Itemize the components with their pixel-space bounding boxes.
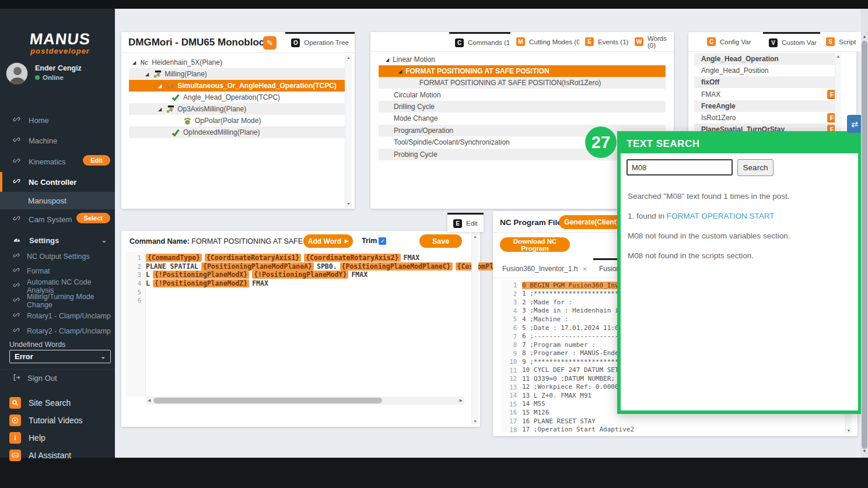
tab-events[interactable]: E Events (1) bbox=[579, 32, 634, 51]
add-word-button[interactable]: Add Word ▶ bbox=[303, 234, 353, 248]
scroll-down-arrow[interactable]: ▼ bbox=[846, 429, 852, 433]
sidebar-item-manuspost[interactable]: Manuspost bbox=[0, 192, 115, 209]
tab-custom-var[interactable]: V Custom Var bbox=[763, 32, 822, 51]
select-badge[interactable]: Select bbox=[76, 213, 110, 223]
tree-node-milling[interactable]: ◢ Milling(Plane) bbox=[129, 68, 346, 80]
tree-node-op3axismilling[interactable]: ◢ Op3AxisMilling(Plane) bbox=[129, 103, 346, 115]
page-scroll-thumb[interactable] bbox=[862, 41, 867, 449]
sidebar-item-site-search[interactable]: Site Search bbox=[0, 394, 115, 412]
var-row-fmax[interactable]: FMAX F bbox=[694, 89, 838, 100]
text-search-input[interactable] bbox=[626, 159, 733, 175]
var-row-isrot1zero[interactable]: IsRot1Zero F bbox=[694, 112, 838, 124]
code-line[interactable]: 5 bbox=[126, 287, 464, 296]
var-row-freeangle[interactable]: FreeAngle bbox=[694, 100, 838, 112]
tree-node-simultaneous-selected[interactable]: ◢ Simultaneous_Or_AngleHead_Operation(TC… bbox=[129, 80, 346, 92]
collapse-caret-icon[interactable]: ◢ bbox=[158, 83, 162, 89]
tab-words[interactable]: W Words (0) bbox=[629, 32, 674, 51]
format-operation-start-link[interactable]: FORMAT OPERATION START bbox=[667, 212, 775, 220]
scroll-up-arrow[interactable]: ▲ bbox=[472, 234, 478, 238]
scroll-left-arrow[interactable]: ◀ bbox=[148, 398, 150, 403]
link-icon bbox=[13, 115, 20, 125]
scroll-up-arrow[interactable]: ▲ bbox=[835, 54, 841, 58]
file-tab-fusion360-inventor-1[interactable]: Fusion360_Inventor_1.h ✕ bbox=[496, 260, 590, 278]
sidebar-item-rotary1-clamp-unclamp[interactable]: Rotary1 - Clamp/Unclamp bbox=[0, 308, 115, 323]
code-line[interactable]: 4 L{!PositioningPlaneModZ}FMAX bbox=[126, 279, 464, 288]
var-row-angle-head-operation[interactable]: Angle_Head_Operation bbox=[694, 53, 838, 65]
tab-operation-tree[interactable]: O Operation Tree bbox=[285, 32, 355, 51]
editor-hscrollbar[interactable]: ◀ ▶ bbox=[146, 396, 464, 405]
search-button[interactable]: Search bbox=[737, 159, 774, 176]
code-line[interactable]: 1 {CommandType}{CoordinateRotaryAxis1}{C… bbox=[126, 254, 464, 262]
operation-tree-panel: DMGMori - DMU65 Monoblock ✎ i O Operatio… bbox=[121, 32, 355, 209]
sidebar-item-format[interactable]: Format bbox=[0, 264, 115, 278]
sidebar-item-automatic-nc-code-analysis[interactable]: Automatic NC Code Analysis bbox=[0, 279, 115, 293]
var-row-angle-head-position[interactable]: Angle_Head_Position bbox=[694, 65, 838, 76]
nc-line[interactable]: 1817 ;Operation Start Adaptive2 bbox=[501, 425, 845, 434]
edit-badge[interactable]: Edit bbox=[83, 155, 110, 166]
tree-node-angle-head[interactable]: Angle_Head_Operation(TCPC) bbox=[129, 92, 346, 103]
collapse-caret-icon[interactable]: ◢ bbox=[132, 60, 136, 65]
swap-panel-button[interactable]: ⇄ bbox=[847, 115, 862, 133]
collapse-caret-icon[interactable]: ◢ bbox=[398, 69, 402, 74]
tab-cutting-modes[interactable]: M Cutting Modes (0) bbox=[510, 32, 588, 51]
tab-edit[interactable]: E Edit bbox=[447, 213, 484, 232]
online-dot bbox=[35, 75, 40, 80]
hscroll-thumb[interactable] bbox=[153, 398, 382, 403]
sidebar-item-settings[interactable]: Settings ⌄ bbox=[0, 230, 115, 250]
download-nc-program-button[interactable]: Download NC Program bbox=[500, 237, 570, 252]
tree-node-heidenhain[interactable]: ◢ Nc Heidenhain_5X(Plane) bbox=[129, 57, 346, 68]
command-group-mode-change[interactable]: Mode Change bbox=[379, 113, 666, 124]
scroll-down-arrow[interactable]: ▼ bbox=[861, 449, 868, 453]
sign-out-button[interactable]: Sign Out bbox=[0, 371, 115, 385]
tree-node-oppolar[interactable]: OpPolar(Polar Mode) bbox=[129, 115, 346, 127]
sidebar-item-help[interactable]: i Help bbox=[0, 429, 115, 447]
sidebar-item-ai-assistant[interactable]: AI Assistant bbox=[0, 447, 115, 464]
variables-scrollbar[interactable]: ▲ bbox=[835, 53, 841, 135]
sidebar-item-kinematics[interactable]: Kinematics Edit bbox=[0, 152, 115, 171]
sidebar-item-cam-system[interactable]: Cam System Select bbox=[0, 209, 115, 229]
code-line[interactable]: 2 PLANE SPATIAL{PositioningPlaneModPlane… bbox=[126, 262, 464, 271]
collapse-caret-icon[interactable]: ◢ bbox=[158, 107, 162, 112]
divider bbox=[688, 51, 856, 52]
tab-config-var[interactable]: C Config Var bbox=[701, 32, 757, 51]
code-line[interactable]: 3 L{!PositioningPlaneModX}{!PositioningP… bbox=[126, 271, 464, 279]
command-format-positioning-selected[interactable]: ◢ FORMAT POSITIONING AT SAFE POSITION bbox=[379, 65, 666, 77]
operation-tree-scrollbar[interactable]: ▲ ▼ bbox=[345, 54, 352, 207]
var-row-fixoff[interactable]: fixOff bbox=[694, 76, 838, 88]
sidebar-item-milling-turning-mode-change[interactable]: Milling/Turning Mode Change bbox=[0, 293, 115, 308]
trim-checkbox[interactable]: ✓ bbox=[379, 237, 386, 245]
command-group-linear-motion[interactable]: ◢ Linear Motion bbox=[379, 54, 666, 65]
tab-commands[interactable]: C Commands (1) bbox=[449, 32, 518, 51]
undefined-words-select[interactable]: Error ⌄ bbox=[9, 350, 111, 363]
edit-title-pencil-icon[interactable]: ✎ bbox=[263, 36, 276, 50]
generate-client-button[interactable]: Generate(Client) bbox=[559, 215, 624, 229]
nc-line[interactable]: 1716 PLANE RESET STAY bbox=[501, 417, 845, 426]
close-tab-icon[interactable]: ✕ bbox=[582, 266, 587, 272]
sidebar-item-nc-output-settings[interactable]: NC Output Settings bbox=[0, 249, 115, 264]
info-icon: i bbox=[9, 432, 21, 444]
sidebar-item-rotary2-clamp-unclamp[interactable]: Rotary2 - Clamp/Unclamp bbox=[0, 324, 115, 338]
sidebar: MANUS postdeveloper Ender Cengiz Online … bbox=[0, 9, 115, 458]
tree-node-opindexedmilling[interactable]: OpIndexedMilling(Plane) bbox=[129, 127, 346, 138]
save-button[interactable]: Save bbox=[419, 234, 462, 248]
tab-script[interactable]: S Script bbox=[820, 32, 862, 51]
command-group-circular-motion[interactable]: Circular Motion bbox=[379, 89, 666, 101]
scroll-up-arrow[interactable]: ▲ bbox=[861, 34, 868, 38]
page-scrollbar[interactable]: ▲ ▼ bbox=[861, 9, 868, 458]
scroll-up-arrow[interactable]: ▲ bbox=[345, 55, 352, 59]
sidebar-item-tutorial-videos[interactable]: Tutorial Videos bbox=[0, 412, 115, 429]
code-line[interactable]: 6 bbox=[126, 296, 464, 305]
sidebar-item-nc-controller[interactable]: Nc Controller bbox=[0, 172, 115, 192]
collapse-caret-icon[interactable]: ◢ bbox=[386, 57, 389, 62]
command-code-editor[interactable]: 1 {CommandType}{CoordinateRotaryAxis1}{C… bbox=[126, 254, 464, 305]
command-format-positioning-isrot1zero[interactable]: FORMAT POSITIONING AT SAFE POSITION(IsRo… bbox=[379, 77, 666, 89]
scroll-down-arrow[interactable]: ▼ bbox=[345, 202, 352, 206]
collapse-caret-icon[interactable]: ◢ bbox=[145, 72, 149, 77]
sidebar-item-machine[interactable]: Machine bbox=[0, 131, 115, 150]
link-icon bbox=[13, 157, 20, 166]
sidebar-item-home[interactable]: Home bbox=[0, 110, 115, 130]
scroll-right-arrow[interactable]: ▶ bbox=[460, 398, 463, 403]
editor-vscrollbar[interactable]: ▲ ▼ bbox=[471, 233, 478, 424]
command-group-drilling-cycle[interactable]: Drilling Cycle bbox=[379, 101, 666, 113]
scroll-down-arrow[interactable]: ▼ bbox=[472, 419, 478, 423]
